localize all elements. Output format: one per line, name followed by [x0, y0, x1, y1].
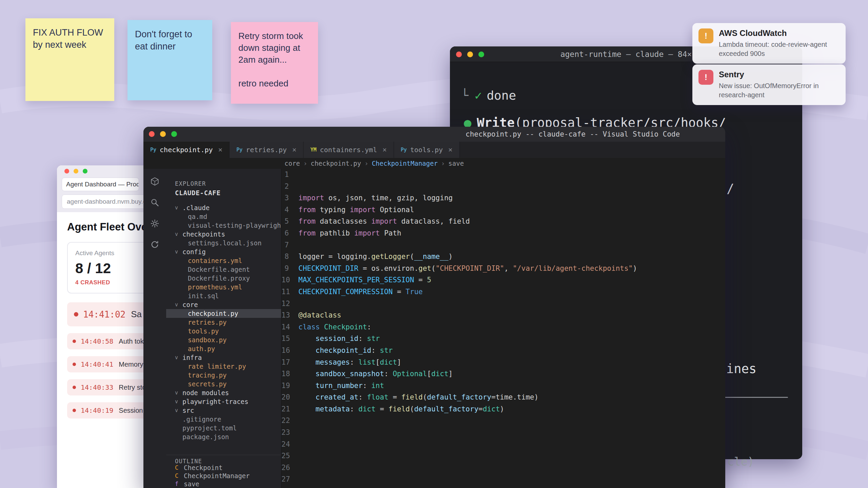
close-button[interactable] — [456, 52, 462, 57]
folder-config[interactable]: vconfig — [166, 247, 281, 256]
close-tab-icon[interactable]: × — [448, 146, 453, 154]
folder-core[interactable]: vcore — [166, 300, 281, 309]
search-icon[interactable] — [150, 198, 159, 207]
maximize-button[interactable] — [83, 169, 87, 174]
minimize-button[interactable] — [160, 131, 166, 137]
close-tab-icon[interactable]: × — [292, 146, 297, 154]
notification-aws-cloudwatch[interactable]: ! AWS CloudWatch Lambda timeout: code-re… — [692, 23, 846, 64]
desktop: FIX AUTH FLOW by next week Don't forget … — [0, 0, 868, 488]
line-number: 12 — [281, 298, 298, 310]
outline-header[interactable]: OUTLINE — [166, 455, 281, 464]
close-button[interactable] — [64, 169, 69, 174]
file-.gitignore[interactable]: .gitignore — [166, 415, 281, 424]
file-checkpoint.py[interactable]: checkpoint.py — [166, 309, 281, 318]
close-button[interactable] — [149, 131, 155, 137]
code-token: CHECKPOINT_COMPRESSION — [298, 288, 393, 296]
chevron-down-icon: v — [175, 231, 182, 237]
vscode-window[interactable]: checkpoint.py -- claude-cafe -- Visual S… — [143, 127, 725, 488]
code-line: 27 — [281, 473, 725, 485]
breadcrumb-checkpoint.py[interactable]: checkpoint.py — [311, 160, 361, 167]
line-number: 27 — [281, 473, 298, 485]
tab-retries.py[interactable]: Pyretries.py× — [230, 142, 303, 158]
alert-text: Sa — [131, 309, 142, 320]
code-token: ) — [500, 405, 504, 413]
code-token: str — [380, 346, 393, 354]
outline-item-save[interactable]: fsave — [166, 480, 281, 488]
tab-containers.yml[interactable]: YMcontainers.yml× — [303, 142, 394, 158]
code-token: float — [367, 393, 388, 401]
file-retries.py[interactable]: retries.py — [166, 318, 281, 327]
file-secrets.py[interactable]: secrets.py — [166, 380, 281, 388]
terminal-done-line: └✓done — [461, 88, 516, 102]
tree-item-label: package.json — [182, 433, 229, 441]
notification-message: New issue: OutOfMemoryError in research-… — [719, 81, 837, 100]
tree-item-label: auth.py — [188, 345, 215, 352]
folder-node_modules[interactable]: vnode_modules — [166, 388, 281, 397]
folder-playwright-traces[interactable]: vplaywright-traces — [166, 397, 281, 406]
code-token: Path — [384, 229, 401, 237]
error-icon: ! — [698, 70, 713, 85]
code-text: metadata: dict = field(default_factory=d… — [298, 405, 504, 413]
file-visual-testing-playwright..[interactable]: visual-testing-playwright.. — [166, 221, 281, 230]
file-auth.py[interactable]: auth.py — [166, 344, 281, 353]
file-prometheus.yml[interactable]: prometheus.yml — [166, 283, 281, 291]
code-text: import os, json, time, gzip, logging — [298, 194, 453, 202]
file-sandbox.py[interactable]: sandbox.py — [166, 336, 281, 344]
code-token: __name__ — [414, 252, 448, 261]
explorer-icon[interactable] — [150, 177, 159, 186]
folder-src[interactable]: vsrc — [166, 406, 281, 415]
file-settings.local.json[interactable]: settings.local.json — [166, 239, 281, 247]
code-token: : — [363, 382, 371, 390]
minimize-button[interactable] — [74, 169, 78, 174]
file-pyproject.toml[interactable]: pyproject.toml — [166, 424, 281, 432]
outline-item-Checkpoint[interactable]: CCheckpoint — [166, 464, 281, 472]
file-containers.yml[interactable]: containers.yml — [166, 256, 281, 265]
file-rate_limiter.py[interactable]: rate_limiter.py — [166, 362, 281, 371]
browser-tab[interactable]: Agent Dashboard — Prod — [62, 178, 139, 191]
folder-infra[interactable]: vinfra — [166, 353, 281, 362]
editor-code-area[interactable]: 123import os, json, time, gzip, logging4… — [281, 169, 725, 488]
tab-label: checkpoint.py — [160, 146, 213, 154]
sticky-note-pink[interactable]: Retry storm took down staging at 2am aga… — [231, 22, 318, 104]
folder-checkpoints[interactable]: vcheckpoints — [166, 230, 281, 239]
code-lines: 123import os, json, time, gzip, logging4… — [281, 169, 725, 485]
maximize-button[interactable] — [171, 131, 177, 137]
tab-checkpoint.py[interactable]: Pycheckpoint.py× — [143, 142, 230, 158]
tree-item-label: secrets.py — [188, 380, 226, 388]
file-tracing.py[interactable]: tracing.py — [166, 371, 281, 380]
code-text: turn_number: int — [298, 382, 384, 390]
file-package.json[interactable]: package.json — [166, 432, 281, 441]
sync-icon[interactable] — [150, 240, 159, 249]
folder-.claude[interactable]: v.claude — [166, 203, 281, 212]
file-qa.md[interactable]: qa.md — [166, 212, 281, 221]
tab-tools.py[interactable]: Pytools.py× — [394, 142, 460, 158]
chevron-down-icon: v — [175, 399, 182, 405]
maximize-button[interactable] — [478, 52, 484, 57]
explorer-header[interactable]: EXPLORER — [166, 180, 281, 189]
sticky-note-blue[interactable]: Don't forget to eat dinner — [127, 20, 212, 100]
notification-sentry[interactable]: ! Sentry New issue: OutOfMemoryError in … — [692, 64, 846, 105]
breadcrumb-CheckpointManager[interactable]: CheckpointManager — [372, 160, 437, 167]
line-number: 20 — [281, 391, 298, 403]
tree-item-label: playwright-traces — [182, 398, 248, 405]
settings-icon[interactable] — [150, 219, 159, 228]
breadcrumb-save[interactable]: save — [448, 160, 464, 167]
code-token: messages — [298, 358, 350, 366]
project-root-label[interactable]: CLAUDE-CAFE — [166, 189, 281, 199]
file-init.sql[interactable]: init.sql — [166, 291, 281, 300]
warning-icon: ! — [698, 28, 713, 43]
file-Dockerfile.agent[interactable]: Dockerfile.agent — [166, 265, 281, 274]
file-Dockerfile.proxy[interactable]: Dockerfile.proxy — [166, 274, 281, 283]
code-token: = — [478, 405, 483, 413]
file-tools.py[interactable]: tools.py — [166, 327, 281, 336]
close-tab-icon[interactable]: × — [218, 146, 223, 154]
outline-item-CheckpointManager[interactable]: CCheckpointManager — [166, 472, 281, 480]
chevron-down-icon: v — [175, 249, 182, 255]
breadcrumb-core[interactable]: core — [284, 160, 300, 167]
line-number: 15 — [281, 333, 298, 345]
minimize-button[interactable] — [467, 52, 473, 57]
code-token: from — [298, 217, 320, 225]
code-token: int — [371, 382, 384, 390]
sticky-note-yellow[interactable]: FIX AUTH FLOW by next week — [25, 18, 114, 101]
close-tab-icon[interactable]: × — [382, 146, 387, 154]
